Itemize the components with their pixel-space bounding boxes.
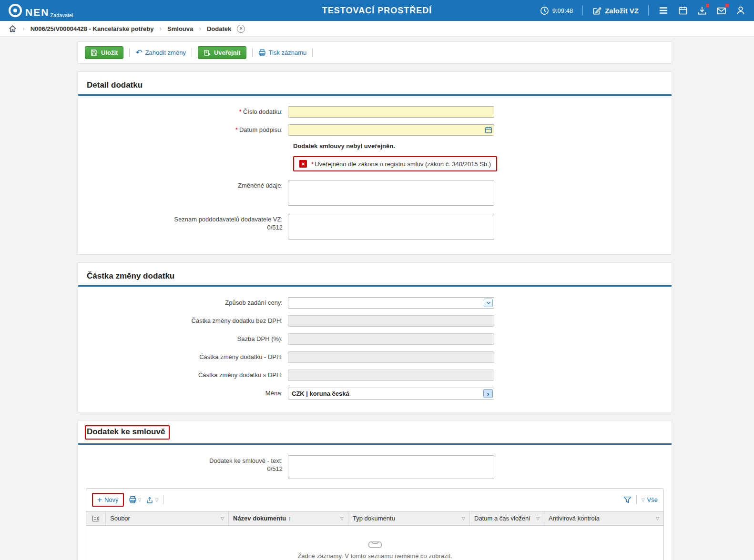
new-document-button[interactable]: + Nový [92, 493, 124, 507]
datepicker-icon[interactable] [485, 126, 492, 134]
filter-triangle-icon[interactable]: ▽ [536, 516, 540, 521]
main-content: Uložit ↶ Zahodit změny Uveřejnit Tisk zá… [78, 41, 672, 560]
column-header-datum[interactable]: Datum a čas vložení ▽ [470, 511, 544, 525]
zpusob-zadani-label: Způsob zadání ceny: [86, 297, 288, 309]
new-document-label: Nový [104, 496, 119, 503]
empty-tray-icon [368, 541, 382, 549]
mail-icon[interactable] [716, 6, 726, 16]
documents-table-toolbar: + Nový ▽ ▽ [86, 489, 663, 511]
mail-badge [725, 4, 729, 7]
grid-print-button[interactable]: ▽ [129, 496, 142, 504]
dropdown-triangle-icon: ▽ [155, 498, 158, 502]
castka-s-dph-input [288, 370, 494, 381]
save-icon [91, 49, 98, 56]
nen-logo-icon [9, 4, 22, 17]
cislo-dodatku-label: *Číslo dodatku: [86, 106, 288, 118]
toolbar-separator [192, 48, 192, 57]
print-record-button[interactable]: Tisk záznamu [258, 49, 307, 57]
documents-table: + Nový ▽ ▽ [86, 488, 664, 560]
menu-icon[interactable] [658, 5, 669, 16]
dodatek-text-textarea[interactable] [288, 455, 494, 479]
column-header-nazev[interactable]: Název dokumentu ↑ ▽ [229, 511, 348, 525]
chevron-down-icon[interactable] [484, 299, 493, 307]
print-record-label: Tisk záznamu [269, 49, 307, 56]
topbar-separator [582, 5, 583, 16]
filter-triangle-icon[interactable]: ▽ [221, 516, 224, 521]
datum-podpisu-input[interactable] [288, 124, 494, 136]
undo-icon: ↶ [135, 49, 142, 57]
mena-field[interactable]: CZK | koruna česká › [288, 388, 494, 400]
column-header-soubor[interactable]: Soubor ▽ [106, 511, 229, 525]
cislo-dodatku-input[interactable] [288, 106, 494, 118]
discard-changes-label: Zahodit změny [145, 49, 186, 56]
publish-button[interactable]: Uveřejnit [198, 46, 246, 59]
breadcrumb-separator: › [22, 25, 25, 32]
view-all-label: Vše [647, 496, 658, 503]
breadcrumb-separator: › [159, 25, 162, 32]
publish-label: Uveřejnit [214, 49, 241, 56]
required-mark: * [311, 160, 314, 168]
save-button[interactable]: Uložit [85, 46, 123, 59]
close-tab-icon[interactable]: ✕ [237, 25, 245, 33]
section-title-detail: Detail dodatku [86, 77, 664, 94]
grid-export-button[interactable]: ▽ [146, 496, 158, 504]
breadcrumb: › N006/25/V00004428 - Kancelářské potřeb… [0, 21, 754, 37]
sazba-dph-label: Sazba DPH (%): [86, 333, 288, 345]
brand-subtitle: Zadavatel [50, 12, 73, 18]
discard-changes-button[interactable]: ↶ Zahodit změny [135, 49, 186, 57]
home-icon[interactable] [9, 25, 17, 33]
nen-logo[interactable]: NEN Zadavatel [9, 4, 73, 17]
create-vz-label: Založit VZ [605, 7, 639, 15]
required-mark: * [239, 108, 242, 115]
section-title-castka: Částka změny dodatku [86, 268, 664, 285]
filter-icon[interactable] [623, 496, 632, 504]
zmenene-udaje-textarea[interactable] [288, 180, 494, 206]
clock-display: 9:09:48 [540, 6, 573, 15]
mena-value: CZK | koruna česká [292, 390, 349, 397]
environment-title: TESTOVACÍ PROSTŘEDÍ [322, 6, 432, 16]
filter-triangle-icon[interactable]: ▽ [462, 516, 465, 521]
sazba-dph-input [288, 333, 494, 345]
breadcrumb-item-contract[interactable]: N006/25/V00004428 - Kancelářské potřeby [31, 25, 154, 32]
dropdown-triangle-icon: ▽ [642, 498, 645, 502]
empty-state-text: Žádné záznamy. V tomto seznamu nemáme co… [297, 552, 452, 560]
downloads-badge [706, 4, 709, 7]
castka-bez-dph-input [288, 315, 494, 327]
breadcrumb-separator: › [199, 25, 201, 32]
save-label: Uložit [101, 49, 118, 56]
clock-icon [540, 6, 549, 15]
column-header-typ[interactable]: Typ dokumentu ▽ [348, 511, 470, 525]
section-title-dodatek: Dodatek ke smlouvě [87, 427, 165, 436]
create-vz-button[interactable]: Založit VZ [592, 6, 639, 15]
unchecked-required-checkbox-icon[interactable]: ✕ [299, 160, 307, 168]
filter-triangle-icon[interactable]: ▽ [656, 516, 659, 521]
user-icon[interactable] [736, 6, 745, 15]
top-bar: NEN Zadavatel TESTOVACÍ PROSTŘEDÍ 9:09:4… [0, 0, 754, 21]
chevron-right-icon[interactable]: › [483, 389, 493, 398]
compose-icon [592, 6, 601, 15]
column-header-antivir[interactable]: Antivirová kontrola ▽ [544, 511, 663, 525]
current-time: 9:09:48 [552, 7, 573, 14]
view-all-button[interactable]: ▽ Vše [642, 496, 658, 503]
castka-s-dph-label: Částka změny dodatku s DPH: [86, 370, 288, 381]
seznam-poddodavatelu-textarea[interactable] [288, 214, 494, 240]
breadcrumb-item-dodatek[interactable]: Dodatek [207, 25, 231, 32]
section-divider [78, 285, 672, 287]
castka-dph-label: Částka změny dodatku - DPH: [86, 351, 288, 363]
registr-smluv-validation-box: ✕ *Uveřejněno dle zákona o registru smlu… [293, 156, 497, 171]
empty-state: Žádné záznamy. V tomto seznamu nemáme co… [86, 526, 663, 560]
castka-zmeny-section: Částka změny dodatku Způsob zadání ceny:… [78, 262, 672, 412]
toolbar-separator [636, 495, 637, 504]
breadcrumb-item-smlouva[interactable]: Smlouva [167, 25, 193, 32]
toolbar-separator [312, 48, 313, 57]
printer-icon [258, 49, 266, 57]
column-settings-header[interactable] [86, 511, 106, 525]
downloads-icon[interactable] [697, 6, 707, 15]
section-divider [78, 443, 672, 445]
calendar-icon[interactable] [678, 6, 688, 15]
zpusob-zadani-dropdown[interactable] [288, 297, 494, 309]
castka-dph-input [288, 351, 494, 363]
filter-triangle-icon[interactable]: ▽ [340, 516, 344, 521]
castka-bez-dph-label: Částka změny dodatku bez DPH: [86, 315, 288, 327]
sort-ascending-icon: ↑ [288, 515, 291, 522]
